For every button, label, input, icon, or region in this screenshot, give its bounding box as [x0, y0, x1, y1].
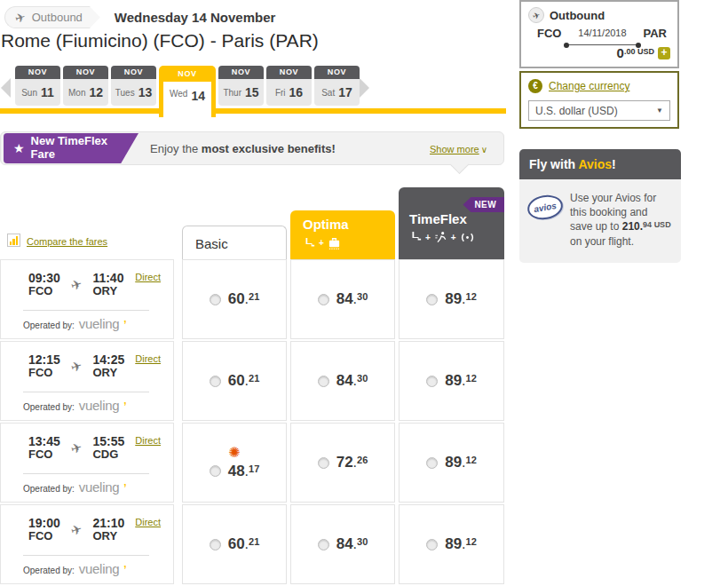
banner-message: Enjoy the most exclusive benefits!: [150, 142, 336, 155]
fare-option-basic[interactable]: 60.21: [182, 504, 287, 584]
divider: [23, 310, 149, 311]
fare-radio[interactable]: [426, 457, 438, 469]
date-tab-dayname: Sun: [21, 88, 37, 98]
date-tab-dayname: Fri: [275, 88, 286, 98]
date-tab[interactable]: NOV Sun 11: [15, 66, 60, 106]
price-value: 60.21: [228, 372, 260, 390]
compare-fares-link[interactable]: Compare the fares: [7, 234, 107, 247]
seat-icon: [409, 231, 422, 243]
fare-option-optima[interactable]: 84.30: [290, 504, 395, 584]
date-tab[interactable]: NOV Tues 13: [111, 66, 156, 106]
fare-option-basic[interactable]: 60.21: [182, 259, 287, 339]
date-tab-month: NOV: [266, 66, 312, 79]
fare-radio[interactable]: [210, 465, 221, 477]
departure-time: 12:15: [28, 352, 60, 367]
carrier-logo: vueling: [79, 398, 119, 413]
header-row: ✈ Outbound Wednesday 14 November: [4, 6, 275, 28]
operated-by-label: Operated by:: [23, 402, 75, 412]
results-main: ✈ Outbound Wednesday 14 November Rome (F…: [0, 0, 506, 586]
fare-radio[interactable]: [210, 376, 221, 387]
fare-radio[interactable]: [318, 294, 329, 305]
fare-radio[interactable]: [426, 376, 438, 387]
price-value: 60.21: [228, 535, 260, 553]
fare-option-optima[interactable]: 84.30: [290, 259, 395, 339]
route-title: Rome (Fiumicino) (FCO) - Paris (PAR): [1, 30, 319, 51]
date-tab-month: NOV: [218, 66, 264, 79]
date-tab-month: NOV: [159, 66, 216, 82]
date-tab[interactable]: NOV Mon 12: [63, 66, 108, 106]
departure-airport: FCO: [28, 448, 60, 462]
total-amount: 0.00 USD: [617, 45, 654, 61]
date-tab[interactable]: NOV Wed 14: [159, 66, 216, 117]
plus-icon: +: [451, 233, 456, 242]
carousel-prev-icon[interactable]: [1, 78, 11, 98]
plane-icon: ✈: [68, 275, 84, 294]
departure-airport: FCO: [28, 285, 60, 298]
date-tab-dayname: Thur: [223, 88, 241, 98]
fare-radio[interactable]: [318, 376, 329, 387]
date-tab-month: NOV: [111, 66, 156, 79]
date-tab[interactable]: NOV Fri 16: [266, 66, 312, 106]
price-value: 72.26: [336, 454, 368, 471]
carousel-next-icon[interactable]: [360, 78, 369, 98]
date-tab[interactable]: NOV Thur 15: [218, 66, 264, 106]
ribbon-text: New TimeFlex Fare: [31, 135, 107, 161]
currency-select[interactable]: U.S. dollar (USD) ▼: [528, 100, 670, 121]
currency-icon: €: [528, 79, 542, 93]
price-value: 89.12: [445, 372, 477, 390]
direct-link[interactable]: Direct: [135, 353, 161, 364]
timeflex-banner: ★ New TimeFlex Fare Enjoy the most exclu…: [0, 131, 504, 165]
date-tab[interactable]: NOV Sat 17: [314, 66, 360, 106]
seat-icon: [303, 237, 315, 249]
fare-column-optima[interactable]: Optima +: [290, 210, 395, 259]
date-tab-daynum: 11: [41, 85, 54, 99]
show-more-link[interactable]: Show more∨: [430, 144, 487, 154]
direct-link[interactable]: Direct: [135, 435, 161, 446]
direct-link[interactable]: Direct: [135, 517, 161, 527]
fare-radio[interactable]: [210, 539, 221, 550]
carrier-logo: vueling: [79, 316, 119, 331]
plane-icon: ✈: [68, 439, 84, 457]
date-tab-daynum: 12: [89, 85, 103, 99]
direct-link[interactable]: Direct: [135, 272, 161, 282]
plane-icon: ✈: [528, 7, 544, 23]
fare-radio[interactable]: [318, 539, 329, 550]
origin-code: FCO: [537, 27, 561, 40]
star-icon: ★: [13, 141, 25, 155]
carousel-underline: [0, 108, 506, 114]
expand-total-button[interactable]: +: [658, 47, 670, 59]
fare-option-timeflex[interactable]: 89.12: [399, 423, 504, 503]
fare-option-optima[interactable]: 84.30: [290, 341, 395, 421]
fare-option-optima[interactable]: 72.26: [290, 423, 395, 503]
chevron-down-icon: ∨: [481, 145, 487, 154]
arrival-time: 15:55: [92, 434, 124, 448]
plus-icon: +: [319, 238, 324, 248]
fare-radio[interactable]: [426, 294, 438, 305]
arrival-airport: CDG: [92, 448, 124, 462]
flight-info-cell: 13:45FCO ✈ 15:55CDG Direct Operated by: …: [0, 423, 174, 503]
fare-column-timeflex[interactable]: NEW TimeFlex + +: [399, 187, 504, 259]
new-badge: NEW: [463, 197, 504, 212]
vueling-accent-icon: ’: [123, 400, 126, 413]
change-currency-link[interactable]: Change currency: [549, 80, 629, 92]
vueling-accent-icon: ’: [123, 482, 126, 495]
flight-row: 19:00FCO ✈ 21:10ORY Direct Operated by: …: [0, 504, 506, 584]
fare-option-timeflex[interactable]: 89.12: [399, 504, 504, 584]
fare-column-basic[interactable]: Basic: [182, 226, 287, 259]
arrival-airport: ORY: [92, 285, 123, 298]
fare-option-timeflex[interactable]: 89.12: [399, 259, 504, 339]
flight-info-cell: 09:30FCO ✈ 11:40ORY Direct Operated by: …: [0, 259, 174, 339]
fare-option-basic[interactable]: 60.21: [182, 341, 287, 421]
carrier-logo: vueling: [79, 561, 119, 576]
date-tab-dayname: Wed: [170, 89, 187, 99]
plane-icon: ✈: [13, 9, 28, 26]
vueling-accent-icon: ’: [123, 564, 126, 576]
fare-option-timeflex[interactable]: 89.12: [399, 341, 504, 421]
fare-option-basic[interactable]: ✺48.17: [182, 423, 287, 503]
departure-time: 19:00: [28, 516, 60, 530]
fare-radio[interactable]: [426, 539, 438, 550]
fare-radio[interactable]: [210, 294, 221, 305]
summary-title: Outbound: [550, 9, 605, 22]
date-carousel: NOV Sun 11 NOV Mon 12 NOV Tues 13 NOV We…: [0, 64, 506, 117]
fare-radio[interactable]: [318, 457, 329, 469]
